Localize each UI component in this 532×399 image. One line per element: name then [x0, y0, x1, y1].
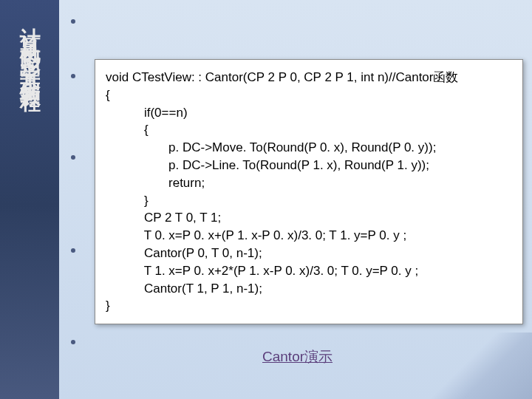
- code-line: Cantor(P 0, T 0, n-1);: [106, 245, 512, 262]
- code-line: }: [106, 297, 512, 315]
- code-line: return;: [106, 174, 512, 192]
- corner-decoration: [429, 332, 532, 399]
- code-line: {: [106, 86, 512, 104]
- code-line: {: [106, 121, 512, 139]
- code-line: T 1. x=P 0. x+2*(P 1. x-P 0. x)/3. 0; T …: [106, 262, 512, 280]
- cantor-demo-link[interactable]: Cantor演示: [262, 347, 332, 366]
- code-line: T 0. x=P 0. x+(P 1. x-P 0. x)/3. 0; T 1.…: [106, 227, 512, 245]
- decorative-dots: [65, 0, 87, 399]
- code-line: p. DC->Line. To(Round(P 1. x), Round(P 1…: [106, 157, 512, 174]
- code-line: p. DC->Move. To(Round(P 0. x), Round(P 0…: [106, 139, 512, 157]
- code-line: if(0==n): [106, 104, 512, 122]
- book-title: 计算机图形学基础教程: [16, 11, 44, 85]
- sidebar-strip: 计算机图形学基础教程: [0, 0, 59, 399]
- code-line: void CTestView: : Cantor(CP 2 P 0, CP 2 …: [106, 69, 512, 86]
- code-line: Cantor(T 1, P 1, n-1);: [106, 280, 512, 298]
- code-line: }: [106, 192, 512, 210]
- code-line: CP 2 T 0, T 1;: [106, 209, 512, 227]
- code-block: void CTestView: : Cantor(CP 2 P 0, CP 2 …: [95, 59, 523, 324]
